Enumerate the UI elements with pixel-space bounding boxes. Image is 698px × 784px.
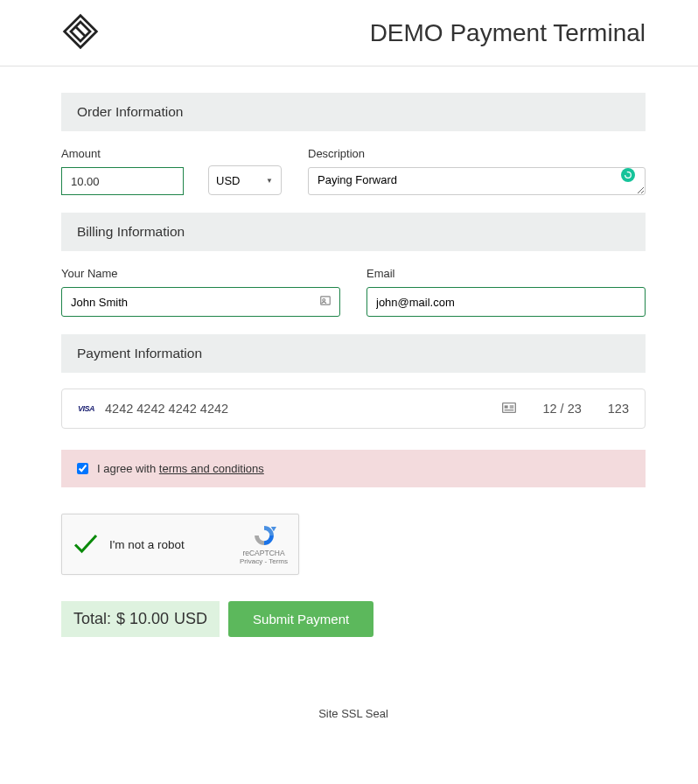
card-input-group[interactable]: VISA 4242 4242 4242 4242 12 / 23 123: [61, 388, 646, 429]
svg-rect-3: [505, 405, 508, 408]
checkmark-icon: [73, 532, 99, 557]
card-expiry: 12 / 23: [542, 402, 581, 416]
card-cvc: 123: [608, 402, 629, 416]
amount-input[interactable]: [61, 167, 184, 195]
svg-point-1: [323, 299, 325, 302]
section-order-info: Order Information: [61, 93, 646, 131]
name-label: Your Name: [61, 267, 340, 280]
logo-icon: [61, 12, 100, 53]
recaptcha-brand: reCAPTCHA Privacy - Terms: [240, 523, 288, 565]
name-input[interactable]: [61, 287, 340, 317]
card-number: 4242 4242 4242 4242: [105, 402, 492, 416]
terms-checkbox[interactable]: [77, 463, 88, 474]
terms-text: I agree with terms and conditions: [97, 462, 264, 475]
recaptcha-widget[interactable]: I'm not a robot reCAPTCHA Privacy - Term…: [61, 514, 299, 575]
terms-agreement: I agree with terms and conditions: [61, 450, 646, 487]
description-label: Description: [308, 147, 646, 160]
grammar-check-icon[interactable]: [621, 168, 635, 182]
total-display: Total: $ 10.00 USD: [61, 601, 220, 637]
app-header: DEMO Payment Terminal: [0, 0, 698, 66]
captcha-label: I'm not a robot: [109, 538, 229, 551]
card-brand-icon: VISA: [78, 404, 94, 413]
contact-card-icon: [319, 295, 332, 310]
card-reader-icon: [502, 402, 516, 416]
currency-select[interactable]: USD: [208, 165, 282, 195]
captcha-terms-link[interactable]: Terms: [269, 557, 288, 565]
page-title: DEMO Payment Terminal: [370, 19, 646, 47]
section-billing-info: Billing Information: [61, 213, 646, 251]
ssl-seal-text: Site SSL Seal: [61, 707, 646, 720]
section-payment-info: Payment Information: [61, 334, 646, 373]
email-input[interactable]: [366, 287, 646, 317]
email-label: Email: [366, 267, 646, 280]
submit-payment-button[interactable]: Submit Payment: [228, 601, 373, 637]
amount-label: Amount: [61, 147, 184, 160]
terms-link[interactable]: terms and conditions: [159, 462, 264, 475]
captcha-privacy-link[interactable]: Privacy: [240, 557, 262, 565]
description-input[interactable]: [308, 167, 646, 195]
